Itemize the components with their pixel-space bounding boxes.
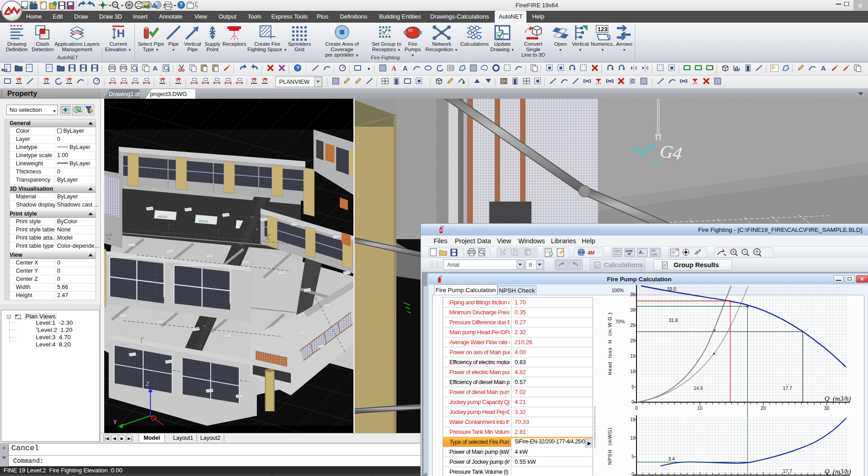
svg-text:4M: 4M xyxy=(587,250,595,255)
svg-text:abcfcd: abcfcd xyxy=(158,215,167,218)
svg-text:Head loss H (m.W.G.): Head loss H (m.W.G.) xyxy=(607,312,612,375)
svg-text:H: H xyxy=(117,27,125,39)
svg-text:BLD: BLD xyxy=(1,68,8,72)
svg-text:A↓: A↓ xyxy=(639,250,645,255)
svg-text:G4: G4 xyxy=(659,140,684,163)
svg-text:31.8: 31.8 xyxy=(669,317,678,323)
svg-text:abcfcd: abcfcd xyxy=(198,219,208,223)
svg-text:NPSH (mWG): NPSH (mWG) xyxy=(607,427,612,465)
svg-text:X: X xyxy=(159,407,162,413)
svg-text:DXF: DXF xyxy=(626,249,633,253)
svg-text:Z: Z xyxy=(146,381,149,387)
svg-text:17.7: 17.7 xyxy=(783,385,792,391)
svg-text:20: 20 xyxy=(761,405,766,411)
svg-text:0: 0 xyxy=(635,405,638,411)
svg-text:5: 5 xyxy=(632,384,634,389)
svg-text:100%: 100% xyxy=(612,288,624,293)
svg-text:123: 123 xyxy=(598,26,608,33)
svg-text:BLD: BLD xyxy=(30,1,36,4)
svg-text:30: 30 xyxy=(824,405,829,411)
svg-text:70%: 70% xyxy=(615,319,625,324)
svg-text:4M: 4M xyxy=(651,249,656,252)
svg-text:Y: Y xyxy=(113,419,117,425)
svg-text:PLANVIEW: PLANVIEW xyxy=(279,78,310,85)
svg-text:CAD: CAD xyxy=(651,253,658,256)
svg-text:BLD: BLD xyxy=(21,6,28,9)
svg-text:17.7: 17.7 xyxy=(783,468,792,474)
svg-text:14.9: 14.9 xyxy=(694,385,703,391)
svg-text:5: 5 xyxy=(632,454,634,459)
svg-text:Q (m3/h): Q (m3/h) xyxy=(825,395,851,403)
svg-text:10: 10 xyxy=(697,405,703,411)
svg-text:3.4: 3.4 xyxy=(668,456,675,462)
svg-text:Q (m3/h): Q (m3/h) xyxy=(825,468,851,476)
